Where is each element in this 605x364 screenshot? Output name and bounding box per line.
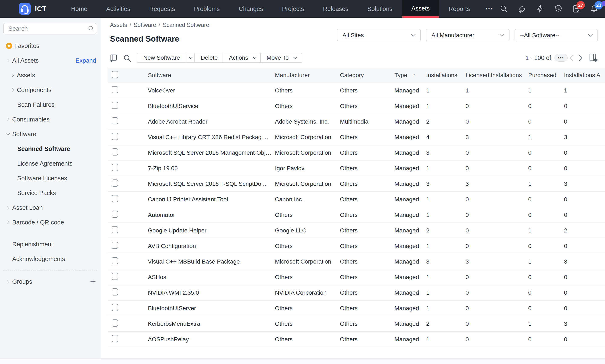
cell-software[interactable]: 7-Zip 19.00	[148, 165, 275, 172]
nav-item-requests[interactable]: Requests	[140, 0, 185, 18]
cell-software[interactable]: BluetoothUIService	[148, 103, 275, 109]
row-checkbox[interactable]	[112, 86, 118, 93]
sidebar-item-barcode-qr-code[interactable]: Barcode / QR code	[0, 215, 101, 230]
row-checkbox[interactable]	[112, 133, 118, 140]
table-row[interactable]: Microsoft SQL Server 2016 T-SQL ScriptDo…	[108, 176, 605, 192]
row-checkbox[interactable]	[112, 180, 118, 187]
table-row[interactable]: Adobe Acrobat ReaderAdobe Systems, Inc.M…	[108, 114, 605, 130]
cell-software[interactable]: Visual C++ Library CRT X86 Redist Packag…	[148, 134, 275, 141]
breadcrumb-part[interactable]: Software	[134, 22, 156, 28]
sidebar-item-favorites[interactable]: Favorites	[0, 39, 101, 53]
column-header-licensed-installations[interactable]: Licensed Installations	[466, 72, 528, 78]
add-ticket-icon[interactable]	[517, 4, 526, 13]
sidebar-item-service-packs[interactable]: Service Packs	[0, 186, 101, 200]
delete-button[interactable]: Delete	[194, 53, 224, 63]
filter-sites-select[interactable]: All Sites	[337, 29, 421, 41]
expand-link[interactable]: Expand	[76, 57, 96, 64]
column-header-category[interactable]: Category	[340, 72, 394, 78]
table-row[interactable]: Google Update HelperGoogle LLCOthersMana…	[108, 223, 605, 238]
actions-button[interactable]: Actions	[223, 53, 262, 63]
pagination-prev-button[interactable]	[568, 53, 575, 62]
nav-item-reports[interactable]: Reports	[439, 0, 480, 18]
sidebar-item-components[interactable]: Components	[0, 83, 101, 97]
cell-software[interactable]: ASHost	[148, 274, 275, 281]
sidebar-item-assets[interactable]: Assets	[0, 68, 101, 83]
table-row[interactable]: VoiceOverOthersOthersManaged1111	[108, 83, 605, 98]
nav-item-releases[interactable]: Releases	[313, 0, 358, 18]
sidebar-item-software-licenses[interactable]: Software Licenses	[0, 171, 101, 186]
cell-software[interactable]: Microsoft SQL Server 2016 Management Obj…	[148, 149, 275, 156]
nav-item-assets[interactable]: Assets	[402, 0, 439, 18]
row-checkbox[interactable]	[112, 273, 118, 280]
nav-item-problems[interactable]: Problems	[185, 0, 229, 18]
sidebar-item-consumables[interactable]: Consumables	[0, 112, 101, 127]
column-header-installations[interactable]: Installations	[426, 72, 466, 78]
row-checkbox[interactable]	[112, 319, 118, 326]
nav-item-solutions[interactable]: Solutions	[358, 0, 402, 18]
sidebar-item-acknowledgements[interactable]: Acknowledgements	[0, 252, 101, 266]
table-row[interactable]: NVIDIA WMI 2.35.0NVIDIA CorporationOther…	[108, 285, 605, 300]
move-to-button[interactable]: Move To	[260, 53, 302, 63]
row-checkbox[interactable]	[112, 102, 118, 109]
notifications-bell-icon[interactable]: 23	[590, 4, 599, 13]
cell-software[interactable]: AOSPushRelay	[148, 336, 275, 343]
table-row[interactable]: ASHostOthersOthersManaged1000	[108, 269, 605, 285]
approvals-icon[interactable]: 27	[572, 4, 581, 13]
column-header-manufacturer[interactable]: Manufacturer	[275, 72, 340, 78]
row-checkbox[interactable]	[112, 304, 118, 311]
app-logo-headset-icon[interactable]	[19, 3, 31, 15]
sidebar-item-software[interactable]: Software	[0, 127, 101, 142]
cell-software[interactable]: Canon IJ Printer Assistant Tool	[148, 196, 275, 203]
cell-software[interactable]: Automator	[148, 212, 275, 218]
filter-manufacturer-select[interactable]: All Manufacturer	[426, 29, 510, 41]
cell-software[interactable]: Microsoft SQL Server 2016 T-SQL ScriptDo…	[148, 181, 275, 187]
table-row[interactable]: KerberosMenuExtraOthersOthersManaged2013	[108, 316, 605, 332]
table-search-icon[interactable]	[123, 54, 131, 62]
table-row[interactable]: Microsoft SQL Server 2016 Management Obj…	[108, 145, 605, 161]
cell-software[interactable]: BluetoothUIServer	[148, 305, 275, 312]
column-settings-icon[interactable]	[589, 53, 598, 63]
cell-software[interactable]: NVIDIA WMI 2.35.0	[148, 289, 275, 296]
sidebar-item-asset-loan[interactable]: Asset Loan	[0, 200, 101, 215]
add-column-view-icon[interactable]	[109, 53, 118, 63]
table-row[interactable]: 7-Zip 19.00Igor PavlovOthersManaged1000	[108, 161, 605, 176]
column-header-software[interactable]: Software	[148, 72, 275, 78]
filter-software-select[interactable]: --All Software--	[514, 29, 598, 41]
search-icon[interactable]	[499, 4, 508, 13]
sidebar-search-icon[interactable]	[88, 25, 94, 32]
table-row[interactable]: AVB ConfigurationOthersOthersManaged1000	[108, 238, 605, 254]
row-checkbox[interactable]	[112, 148, 118, 156]
column-header-purchased[interactable]: Purchased	[528, 72, 564, 78]
table-row[interactable]: Visual C++ Library CRT X86 Redist Packag…	[108, 130, 605, 145]
sidebar-search-input[interactable]	[8, 25, 88, 32]
add-group-icon[interactable]	[90, 278, 96, 285]
sidebar-item-scanned-software[interactable]: Scanned Software	[0, 142, 101, 156]
sidebar-item-license-agreements[interactable]: License Agreements	[0, 156, 101, 171]
select-all-checkbox[interactable]	[112, 71, 118, 78]
sidebar-item-scan-failures[interactable]: Scan Failures	[0, 97, 101, 112]
cell-software[interactable]: KerberosMenuExtra	[148, 321, 275, 327]
table-row[interactable]: AOSPushRelayOthersOthersManaged1000	[108, 332, 605, 347]
table-row[interactable]: Visual C++ MSBuild Base PackageMicrosoft…	[108, 254, 605, 269]
row-checkbox[interactable]	[112, 257, 118, 264]
nav-item-changes[interactable]: Changes	[229, 0, 272, 18]
cell-software[interactable]: Adobe Acrobat Reader	[148, 118, 275, 125]
table-row[interactable]: Canon IJ Printer Assistant ToolCanon Inc…	[108, 192, 605, 207]
cell-software[interactable]: Google Update Helper	[148, 227, 275, 234]
cell-software[interactable]: VoiceOver	[148, 87, 275, 94]
sidebar-item-replenishment[interactable]: Replenishment	[0, 237, 101, 252]
quick-actions-icon[interactable]	[536, 4, 544, 13]
table-row[interactable]: AutomatorOthersOthersManaged1000	[108, 207, 605, 223]
row-checkbox[interactable]	[112, 242, 118, 249]
row-checkbox[interactable]	[112, 226, 118, 233]
column-header-installations-a[interactable]: Installations A	[564, 72, 605, 78]
table-row[interactable]: BluetoothUIServiceOthersOthersManaged100…	[108, 98, 605, 114]
cell-software[interactable]: AVB Configuration	[148, 243, 275, 249]
column-header-type[interactable]: Type↑	[394, 72, 426, 78]
pagination-next-button[interactable]	[577, 53, 584, 62]
row-checkbox[interactable]	[112, 164, 118, 171]
row-checkbox[interactable]	[112, 335, 118, 342]
history-icon[interactable]	[554, 4, 563, 13]
cell-software[interactable]: Visual C++ MSBuild Base Package	[148, 258, 275, 265]
nav-item-projects[interactable]: Projects	[273, 0, 314, 18]
